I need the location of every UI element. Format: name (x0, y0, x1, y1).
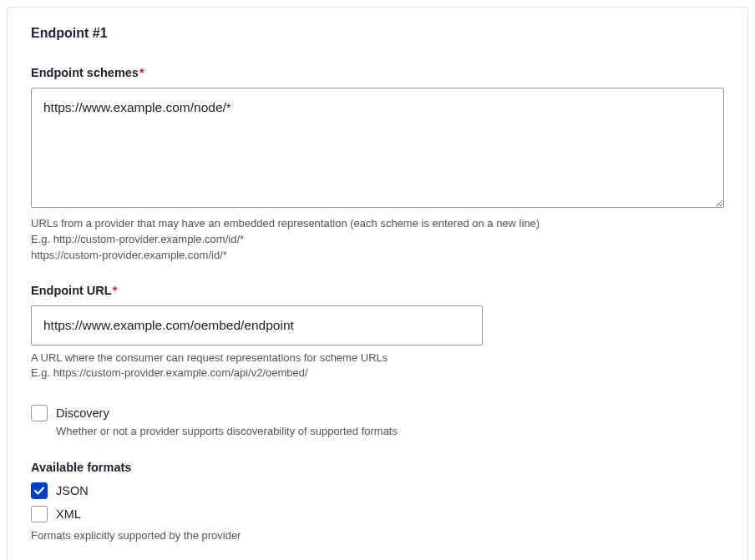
discovery-checkbox-wrap (31, 405, 48, 421)
schemes-label-text: Endpoint schemes (31, 66, 139, 79)
schemes-desc-line1: URLs from a provider that may have an em… (31, 216, 724, 232)
discovery-checkbox[interactable] (31, 405, 48, 421)
url-input[interactable] (31, 305, 483, 346)
url-desc-line1: A URL where the consumer can request rep… (31, 351, 724, 366)
json-checkbox[interactable] (31, 482, 48, 499)
url-label: Endpoint URL* (31, 284, 724, 297)
url-field-group: Endpoint URL* A URL where the consumer c… (31, 284, 724, 382)
schemes-label: Endpoint schemes* (31, 66, 724, 79)
discovery-field-group: Discovery Whether or not a provider supp… (31, 405, 724, 437)
endpoint-panel: Endpoint #1 Endpoint schemes* URLs from … (7, 7, 748, 560)
schemes-field-group: Endpoint schemes* URLs from a provider t… (31, 66, 724, 264)
required-mark: * (113, 284, 118, 297)
xml-checkbox-wrap (31, 506, 48, 522)
json-checkbox-wrap (31, 482, 48, 499)
required-mark: * (139, 66, 144, 79)
schemes-desc-line2: E.g. http://custom-provider.example.com/… (31, 232, 724, 248)
schemes-description: URLs from a provider that may have an em… (31, 216, 724, 264)
formats-field-group: Available formats JSON XML Formats expli… (31, 461, 724, 542)
url-description: A URL where the consumer can request rep… (31, 351, 724, 382)
schemes-desc-line3: https://custom-provider.example.com/id/* (31, 248, 724, 264)
discovery-checkbox-row: Discovery (31, 405, 724, 421)
schemes-textarea[interactable] (31, 88, 724, 208)
discovery-label: Discovery (56, 406, 109, 420)
formats-description: Formats explicitly supported by the prov… (31, 529, 724, 542)
format-xml-row: XML (31, 506, 724, 522)
formats-title: Available formats (31, 461, 724, 474)
discovery-description: Whether or not a provider supports disco… (56, 425, 724, 437)
url-desc-line2: E.g. https://custom-provider.example.com… (31, 366, 724, 381)
xml-checkbox[interactable] (31, 506, 48, 522)
format-json-row: JSON (31, 482, 724, 499)
panel-title: Endpoint #1 (31, 26, 724, 41)
json-label: JSON (56, 484, 89, 497)
url-label-text: Endpoint URL (31, 284, 112, 297)
xml-label: XML (56, 507, 81, 521)
